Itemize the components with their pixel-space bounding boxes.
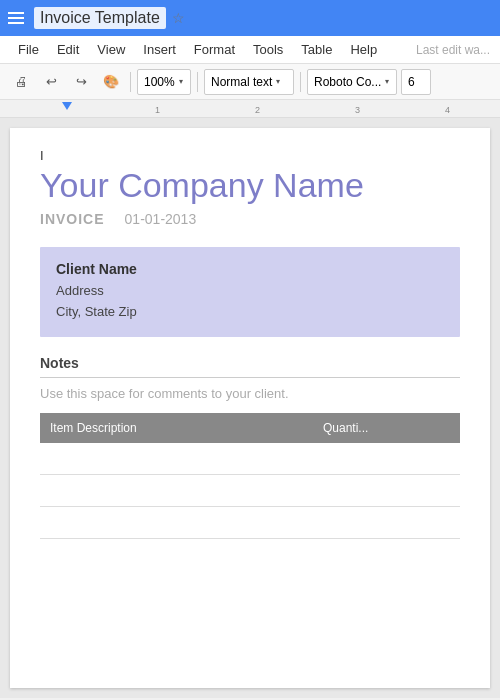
undo-button[interactable]: ↩ xyxy=(38,69,64,95)
toolbar-sep-2 xyxy=(197,72,198,92)
table-row xyxy=(40,443,460,475)
notes-title: Notes xyxy=(40,355,460,371)
ruler: 1 2 3 4 xyxy=(0,100,500,118)
ruler-marker-3: 3 xyxy=(355,105,360,115)
client-address-line1[interactable]: Address xyxy=(56,281,444,302)
font-size-select[interactable]: 6 xyxy=(401,69,431,95)
table-cell-desc-3[interactable] xyxy=(40,507,313,539)
table-cell-qty-2[interactable] xyxy=(313,475,460,507)
font-size-value: 6 xyxy=(408,75,415,89)
table-cell-desc-2[interactable] xyxy=(40,475,313,507)
last-edit-text: Last edit wa... xyxy=(416,43,490,57)
table-header-row: Item Description Quanti... xyxy=(40,413,460,443)
table-row xyxy=(40,507,460,539)
menu-help[interactable]: Help xyxy=(342,40,385,59)
ruler-marker-1: 1 xyxy=(155,105,160,115)
toolbar: 🖨 ↩ ↪ 🎨 100% ▾ Normal text ▾ Roboto Co..… xyxy=(0,64,500,100)
zoom-arrow: ▾ xyxy=(179,77,183,86)
font-value: Roboto Co... xyxy=(314,75,381,89)
table-row xyxy=(40,475,460,507)
font-arrow: ▾ xyxy=(385,77,389,86)
client-address: Address City, State Zip xyxy=(56,281,444,323)
menu-bar: File Edit View Insert Format Tools Table… xyxy=(0,36,500,64)
invoice-label: INVOICE xyxy=(40,211,105,227)
toolbar-sep-3 xyxy=(300,72,301,92)
star-icon[interactable]: ☆ xyxy=(172,10,185,26)
print-button[interactable]: 🖨 xyxy=(8,69,34,95)
col-header-quantity: Quanti... xyxy=(313,413,460,443)
doc-title[interactable]: Invoice Template xyxy=(34,7,166,29)
cursor-line: I xyxy=(40,148,460,162)
client-city-state-zip[interactable]: City, State Zip xyxy=(56,302,444,323)
menu-table[interactable]: Table xyxy=(293,40,340,59)
doc-area: I Your Company Name INVOICE 01-01-2013 C… xyxy=(0,118,500,698)
menu-format[interactable]: Format xyxy=(186,40,243,59)
items-table: Item Description Quanti... xyxy=(40,413,460,540)
notes-placeholder[interactable]: Use this space for comments to your clie… xyxy=(40,386,460,401)
menu-tools[interactable]: Tools xyxy=(245,40,291,59)
toolbar-sep-1 xyxy=(130,72,131,92)
menu-file[interactable]: File xyxy=(10,40,47,59)
table-cell-qty-1[interactable] xyxy=(313,443,460,475)
table-cell-desc-1[interactable] xyxy=(40,443,313,475)
menu-edit[interactable]: Edit xyxy=(49,40,87,59)
invoice-date: 01-01-2013 xyxy=(125,211,197,227)
col-header-description: Item Description xyxy=(40,413,313,443)
top-bar: Invoice Template ☆ xyxy=(0,0,500,36)
style-select[interactable]: Normal text ▾ xyxy=(204,69,294,95)
style-value: Normal text xyxy=(211,75,272,89)
ruler-tab[interactable] xyxy=(62,102,72,110)
notes-divider xyxy=(40,377,460,378)
ruler-marker-4: 4 xyxy=(445,105,450,115)
font-select[interactable]: Roboto Co... ▾ xyxy=(307,69,397,95)
zoom-select[interactable]: 100% ▾ xyxy=(137,69,191,95)
menu-insert[interactable]: Insert xyxy=(135,40,184,59)
company-name[interactable]: Your Company Name xyxy=(40,166,460,205)
ruler-marker-2: 2 xyxy=(255,105,260,115)
client-box: Client Name Address City, State Zip xyxy=(40,247,460,337)
zoom-value: 100% xyxy=(144,75,175,89)
title-area: Invoice Template ☆ xyxy=(34,7,185,29)
notes-section: Notes Use this space for comments to you… xyxy=(40,355,460,401)
paint-format-button[interactable]: 🎨 xyxy=(98,69,124,95)
doc-page: I Your Company Name INVOICE 01-01-2013 C… xyxy=(10,128,490,688)
redo-button[interactable]: ↪ xyxy=(68,69,94,95)
style-arrow: ▾ xyxy=(276,77,280,86)
app-menu-icon[interactable] xyxy=(8,12,24,24)
table-cell-qty-3[interactable] xyxy=(313,507,460,539)
invoice-date-row: INVOICE 01-01-2013 xyxy=(40,211,460,227)
client-name[interactable]: Client Name xyxy=(56,261,444,277)
menu-view[interactable]: View xyxy=(89,40,133,59)
